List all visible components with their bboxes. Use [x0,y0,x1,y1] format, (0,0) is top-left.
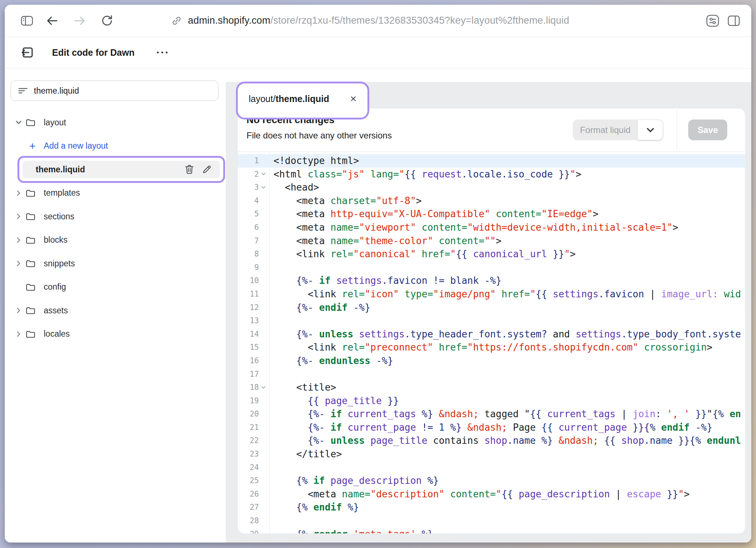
chevron-right-icon[interactable] [15,260,23,267]
editor-main: layout/theme.liquid × No recent changes … [226,68,751,543]
line-number: 10 [238,274,269,287]
code-line-5[interactable]: 5 <meta http-equiv="X-UA-Compatible" con… [238,207,745,221]
code-lines: 1<!doctype html>2<html class="js" lang="… [238,154,745,533]
code-line-8[interactable]: 8 <link rel="canonical" href="{{ canonic… [238,247,745,261]
code-line-4[interactable]: 4 <meta charset="utf-8"> [238,194,745,208]
sidebar-toggle-icon[interactable] [21,15,33,26]
chevron-right-icon[interactable] [15,307,23,314]
code-text: <!doctype html> [269,154,745,168]
code-line-17[interactable]: 17 [238,368,745,381]
code-line-23[interactable]: 23 </title> [238,447,745,461]
code-line-1[interactable]: 1<!doctype html> [238,154,745,168]
code-text: <link rel="preconnect" href="https://fon… [269,341,745,354]
code-line-25[interactable]: 25 {% if page_description %} [238,474,745,488]
fold-toggle-icon[interactable] [260,181,267,194]
line-number: 13 [238,314,269,328]
code-text: <meta name="theme-color" content=""> [269,234,745,248]
url-host: admin.shopify.com [188,15,271,26]
code-line-21[interactable]: 21 {%- if current_page != 1 %} &ndash; P… [238,421,745,434]
fold-toggle-icon[interactable] [260,381,267,394]
code-text: {% render 'meta-tags' %} [269,528,745,533]
forward-icon[interactable] [74,16,86,26]
sidebar-item-add-a-new-layout[interactable]: +Add a new layout [5,134,226,158]
chevron-right-icon[interactable] [15,189,23,197]
code-line-3[interactable]: 3 <head> [238,181,745,194]
code-text: <title> [269,381,745,394]
panel-right-icon[interactable] [727,15,740,27]
more-actions-button[interactable] [153,48,171,57]
code-line-6[interactable]: 6 <meta name="viewport" content="width=d… [238,221,745,234]
back-icon[interactable] [46,16,58,26]
code-line-27[interactable]: 27 {% endif %} [238,501,745,514]
line-number: 23 [238,447,269,461]
active-tab-focus-ring: layout/theme.liquid × [236,82,369,120]
line-number: 6 [238,221,269,234]
file-sidebar: layout+Add a new layouttheme.liquidtempl… [5,68,226,543]
chevron-right-icon[interactable] [15,213,23,220]
code-text: <link rel="canonical" href="{{ canonical… [269,247,745,261]
code-line-20[interactable]: 20 {%- if current_tags %} &ndash; tagged… [238,407,745,421]
code-line-19[interactable]: 19 {{ page_title }} [238,394,745,408]
code-text: {%- if current_tags %} &ndash; tagged "{… [269,407,745,421]
code-line-29[interactable]: 29 {% render 'meta-tags' %} [238,528,745,533]
selected-file[interactable]: theme.liquid [23,161,220,178]
sidebar-item-layout[interactable]: layout [5,111,226,134]
tree-label: blocks [44,235,67,245]
code-text [269,461,745,474]
code-line-13[interactable]: 13 [238,314,745,328]
code-line-10[interactable]: 10 {%- if settings.favicon != blank -%} [238,274,745,287]
search-input[interactable] [33,86,216,96]
sidebar-item-sections[interactable]: sections [5,205,226,228]
reload-icon[interactable] [101,15,113,27]
code-line-24[interactable]: 24 [238,461,745,474]
line-number: 8 [238,247,269,261]
code-line-28[interactable]: 28 [238,514,745,528]
sidebar-item-snippets[interactable]: snippets [5,252,226,275]
page-settings-icon[interactable] [705,14,720,27]
tab-theme-liquid[interactable]: layout/theme.liquid × [238,83,367,114]
sidebar-item-assets[interactable]: assets [5,299,226,322]
tree-label: snippets [44,259,75,269]
line-number: 3 [238,181,269,194]
chevron-right-icon[interactable] [15,330,23,338]
code-line-22[interactable]: 22 {%- unless page_title contains shop.n… [238,434,745,447]
code-line-15[interactable]: 15 <link rel="preconnect" href="https://… [238,341,745,354]
code-text [269,368,745,381]
code-text: <head> [269,181,745,194]
sidebar-item-templates[interactable]: templates [5,181,226,205]
rename-file-icon[interactable] [198,165,216,174]
delete-file-icon[interactable] [181,164,198,175]
code-line-11[interactable]: 11 <link rel="icon" type="image/png" hre… [238,287,745,301]
sidebar-item-locales[interactable]: locales [5,322,226,346]
folder-icon [25,283,36,291]
close-tab-icon[interactable]: × [348,92,359,106]
sidebar-item-config[interactable]: config [5,275,226,299]
code-line-9[interactable]: 9 [238,261,745,274]
sidebar-item-blocks[interactable]: blocks [5,228,226,252]
fold-toggle-icon[interactable] [260,168,267,181]
exit-editor-icon[interactable] [21,46,35,59]
code-line-16[interactable]: 16 {%- endunless -%} [238,354,745,368]
chevron-right-icon[interactable] [15,236,23,244]
code-line-26[interactable]: 26 <meta name="description" content="{{ … [238,488,745,501]
code-line-14[interactable]: 14 {%- unless settings.type_header_font.… [238,328,745,341]
format-liquid-button[interactable]: Format liquid [573,120,663,140]
folder-icon [25,189,36,197]
file-search[interactable] [11,81,218,101]
code-line-12[interactable]: 12 {%- endif -%} [238,301,745,314]
code-line-7[interactable]: 7 <meta name="theme-color" content=""> [238,234,745,248]
sidebar-item-theme-liquid: theme.liquid [5,158,226,181]
code-line-2[interactable]: 2<html class="js" lang="{{ request.local… [238,168,745,181]
folder-icon [25,306,36,315]
browser-window: admin.shopify.com/store/rzq1xu-f5/themes… [5,5,751,543]
chevron-down-icon[interactable] [15,120,23,125]
tab-label: layout/theme.liquid [249,94,329,104]
code-line-18[interactable]: 18 <title> [238,381,745,394]
format-options-chevron[interactable] [638,120,663,140]
save-button[interactable]: Save [688,120,727,140]
code-text [269,314,745,328]
folder-icon [25,236,36,244]
file-label: theme.liquid [36,165,85,175]
address-bar[interactable]: admin.shopify.com/store/rzq1xu-f5/themes… [188,15,569,26]
code-editor[interactable]: 1<!doctype html>2<html class="js" lang="… [238,152,745,533]
